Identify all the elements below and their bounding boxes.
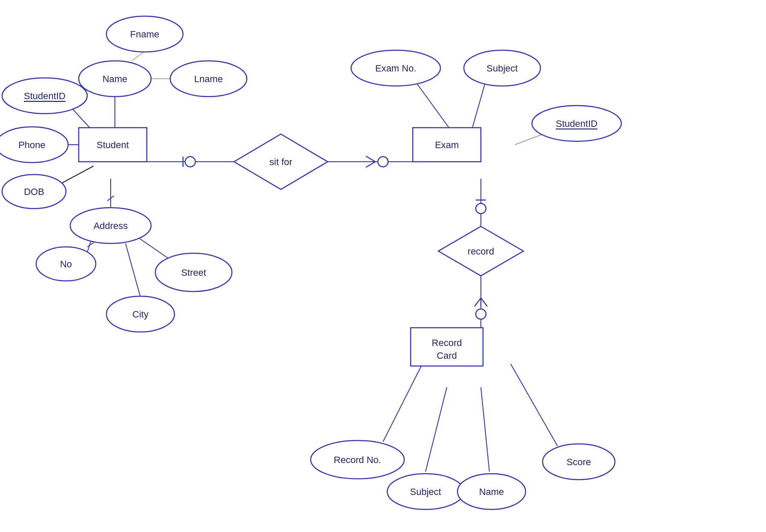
phone-label: Phone: [18, 140, 46, 150]
score-label: Score: [566, 457, 591, 467]
street-label: Street: [181, 267, 206, 278]
crow-left: [474, 298, 481, 306]
record-rc-circle: [476, 309, 486, 319]
no-label: No: [60, 259, 72, 269]
record-no-label: Record No.: [334, 455, 381, 465]
name-label: Name: [103, 74, 128, 84]
crow-right: [481, 298, 487, 306]
street-address-line: [136, 236, 170, 260]
record-card-label-line2: Card: [437, 350, 457, 361]
examno-exam-line: [415, 81, 449, 128]
record-label: record: [468, 246, 494, 257]
exam-no-label: Exam No.: [375, 63, 417, 74]
rc-name-line: [481, 387, 489, 472]
lname-label: Lname: [194, 74, 223, 84]
fname-label: Fname: [130, 29, 159, 40]
exam-label: Exam: [435, 140, 459, 150]
exam-circle: [378, 157, 388, 167]
dob-student-line: [60, 166, 94, 184]
address-label: Address: [94, 220, 128, 231]
dob-label: DOB: [24, 186, 44, 197]
rc-score-line: [511, 364, 557, 446]
er-diagram: Student Exam Record Card sit for record …: [0, 0, 766, 532]
name-rc-label: Name: [479, 486, 504, 497]
rc-recordno-line: [383, 358, 426, 442]
city-address-line: [126, 243, 140, 297]
student-id-label: StudentID: [24, 91, 66, 101]
student-label: Student: [97, 140, 129, 150]
subject-exam-label: Subject: [486, 63, 517, 74]
subject-rc-label: Subject: [410, 486, 441, 497]
record-card-label-line1: Record: [432, 338, 462, 348]
student-one-circle: [185, 157, 195, 167]
crow-top: [366, 156, 375, 162]
exam-record-circle: [476, 203, 486, 214]
subject-exam-line: [472, 83, 485, 128]
student-id2-label: StudentID: [556, 118, 597, 129]
rc-subject-line: [426, 387, 447, 472]
fname-name-line: [132, 51, 145, 61]
city-label: City: [132, 309, 149, 320]
sit-for-label: sit for: [269, 157, 292, 167]
crow-bottom: [366, 162, 375, 167]
